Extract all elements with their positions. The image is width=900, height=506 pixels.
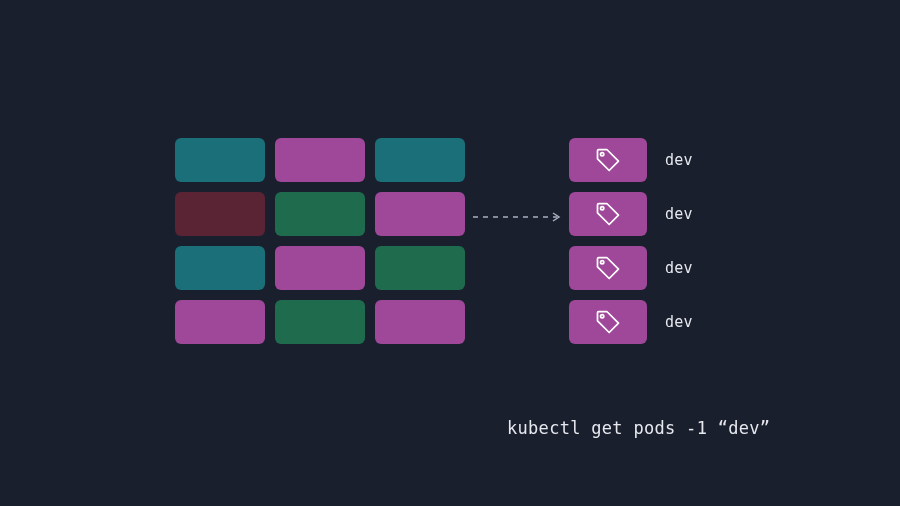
pod-tile xyxy=(175,300,265,344)
tag-icon xyxy=(594,146,622,174)
result-row: dev xyxy=(569,300,693,344)
result-tile xyxy=(569,138,647,182)
result-tile xyxy=(569,300,647,344)
result-label: dev xyxy=(665,259,693,277)
pod-tile xyxy=(375,300,465,344)
svg-point-2 xyxy=(601,207,604,210)
tag-icon xyxy=(594,200,622,228)
pod-tile xyxy=(375,246,465,290)
result-row: dev xyxy=(569,246,693,290)
result-tile xyxy=(569,192,647,236)
result-row: dev xyxy=(569,192,693,236)
diagram-stage: dev dev dev xyxy=(175,138,693,344)
pod-tile xyxy=(175,138,265,182)
pod-tile xyxy=(375,138,465,182)
svg-point-3 xyxy=(601,261,604,264)
svg-point-4 xyxy=(601,315,604,318)
result-label: dev xyxy=(665,151,693,169)
pods-grid xyxy=(175,138,465,344)
pod-tile xyxy=(175,192,265,236)
selection-arrow xyxy=(465,192,569,236)
tag-icon xyxy=(594,308,622,336)
arrow-icon xyxy=(471,212,567,222)
tag-icon xyxy=(594,254,622,282)
pod-tile xyxy=(275,246,365,290)
result-label: dev xyxy=(665,313,693,331)
result-row: dev xyxy=(569,138,693,182)
result-label: dev xyxy=(665,205,693,223)
pod-tile xyxy=(375,192,465,236)
result-column: dev dev dev xyxy=(569,138,693,344)
pod-tile xyxy=(275,192,365,236)
pod-tile xyxy=(175,246,265,290)
svg-point-1 xyxy=(601,153,604,156)
pod-tile xyxy=(275,138,365,182)
result-tile xyxy=(569,246,647,290)
command-text: kubectl get pods -1 “dev” xyxy=(507,418,770,438)
pod-tile xyxy=(275,300,365,344)
